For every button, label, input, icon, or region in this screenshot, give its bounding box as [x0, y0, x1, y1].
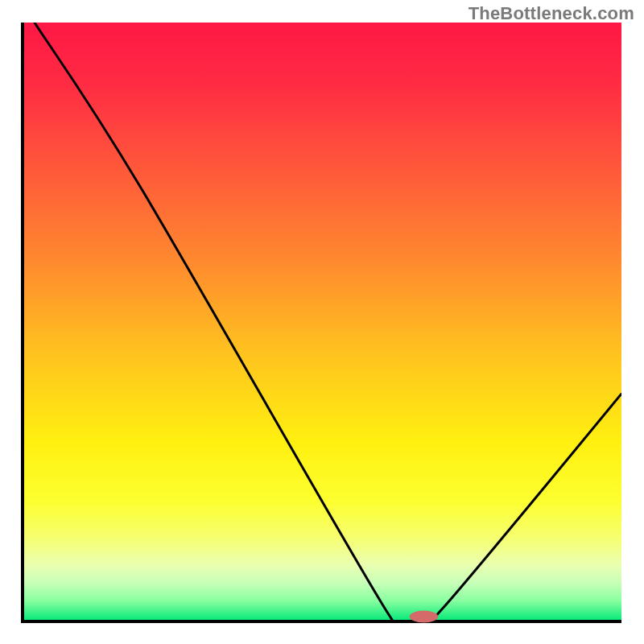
bottleneck-chart: TheBottleneck.com: [0, 0, 644, 644]
optimal-marker: [410, 611, 439, 623]
watermark-label: TheBottleneck.com: [469, 3, 634, 24]
gradient-background: [23, 23, 621, 621]
chart-svg: [0, 0, 644, 644]
